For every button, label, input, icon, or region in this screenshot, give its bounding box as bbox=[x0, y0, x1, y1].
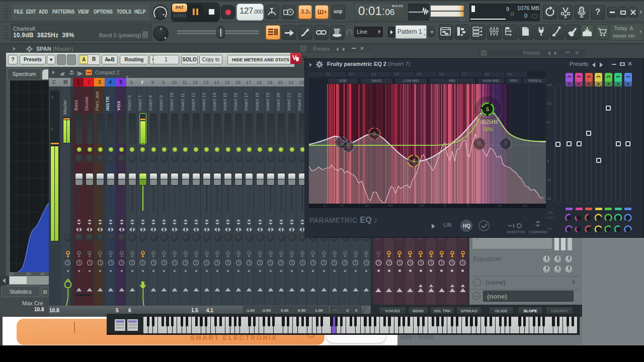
svg-text:4: 4 bbox=[412, 158, 415, 164]
svg-text:7: 7 bbox=[504, 141, 507, 147]
svg-text:2: 2 bbox=[347, 144, 350, 149]
svg-text:6: 6 bbox=[478, 141, 481, 147]
svg-text:3: 3 bbox=[373, 131, 376, 137]
svg-text:3825Hz: 3825Hz bbox=[480, 119, 498, 125]
svg-text:39%: 39% bbox=[483, 127, 493, 132]
svg-text:5: 5 bbox=[486, 106, 489, 112]
